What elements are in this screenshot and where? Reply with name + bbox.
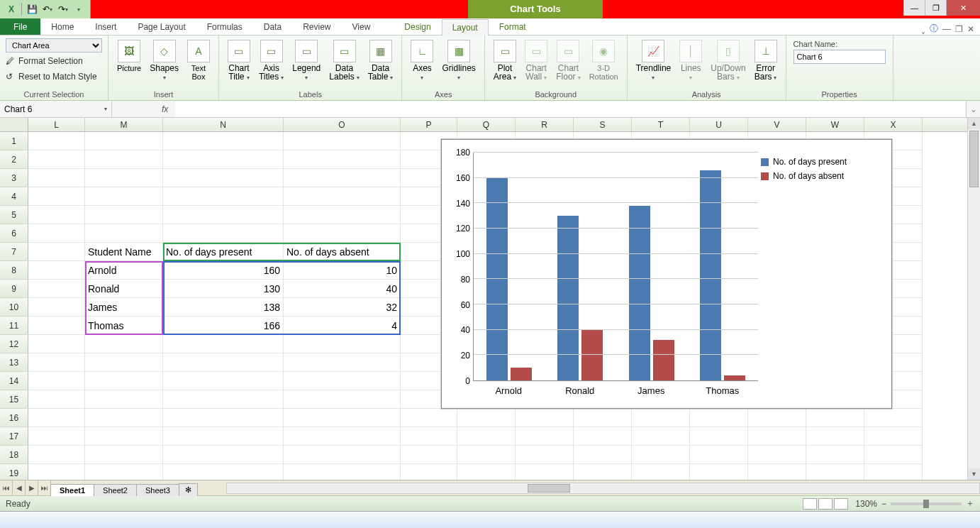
cell-U16[interactable] xyxy=(690,409,748,427)
tab-design[interactable]: Design xyxy=(394,18,441,35)
updown-bars-button[interactable]: ▯Up/Down Bars ▾ xyxy=(708,38,748,84)
zoom-level[interactable]: 130% xyxy=(855,499,877,509)
sheet-tab-1[interactable]: Sheet1 xyxy=(50,484,94,496)
doc-restore-icon[interactable]: ❐ xyxy=(955,24,963,34)
chart-wall-button[interactable]: ▭Chart Wall ▾ xyxy=(522,38,550,84)
cell-N13[interactable] xyxy=(163,353,284,372)
row-header[interactable]: 17 xyxy=(0,427,28,446)
cell-L7[interactable] xyxy=(28,243,85,261)
cell-T19[interactable] xyxy=(632,464,690,480)
row-header[interactable]: 11 xyxy=(0,317,28,335)
cell-Q19[interactable] xyxy=(457,464,516,480)
cell-W19[interactable] xyxy=(806,464,864,480)
row-header[interactable]: 2 xyxy=(0,150,28,169)
cell-U18[interactable] xyxy=(690,446,748,464)
cell-O19[interactable] xyxy=(284,464,401,480)
bar-No.-of-days-absent-Arnold[interactable] xyxy=(511,368,532,380)
error-bars-button[interactable]: ⊥Error Bars ▾ xyxy=(752,38,780,84)
vertical-scrollbar[interactable]: ▲ ▼ xyxy=(967,118,980,480)
cell-R19[interactable] xyxy=(516,464,574,480)
cell-O13[interactable] xyxy=(284,353,401,372)
cell-L8[interactable] xyxy=(28,261,85,280)
cell-M19[interactable] xyxy=(85,464,163,480)
page-break-view-icon[interactable] xyxy=(834,498,848,510)
gridlines-button[interactable]: ▦Gridlines▾ xyxy=(439,38,478,84)
cell-M1[interactable] xyxy=(85,132,163,150)
cell-N10[interactable]: 138 xyxy=(163,298,284,317)
doc-close-icon[interactable]: ✕ xyxy=(967,24,974,34)
worksheet-grid[interactable]: LMNOPQRSTUVWX 1234567Student NameNo. of … xyxy=(0,118,980,480)
3d-rotation-button[interactable]: ◉3-D Rotation xyxy=(586,38,621,82)
chart-plotarea[interactable] xyxy=(473,153,758,381)
tab-view[interactable]: View xyxy=(342,18,382,35)
plot-area-button[interactable]: ▭Plot Area ▾ xyxy=(491,38,519,84)
sheet-tab-3[interactable]: Sheet3 xyxy=(136,484,179,496)
picture-button[interactable]: 🖼Picture xyxy=(114,38,144,74)
legend-button[interactable]: ▭Legend▾ xyxy=(289,38,323,84)
cell-N14[interactable] xyxy=(163,372,284,390)
format-selection-button[interactable]: 🖉Format Selection xyxy=(6,54,83,68)
cell-N8[interactable]: 160 xyxy=(163,261,284,280)
column-header-S[interactable]: S xyxy=(574,118,632,131)
close-button[interactable]: ✕ xyxy=(946,0,980,16)
cell-V17[interactable] xyxy=(748,427,806,446)
undo-icon[interactable]: ↶▾ xyxy=(40,2,55,16)
row-header[interactable]: 13 xyxy=(0,353,28,372)
cell-O5[interactable] xyxy=(284,206,401,224)
view-buttons[interactable] xyxy=(803,498,848,510)
row-header[interactable]: 3 xyxy=(0,169,28,187)
cell-M4[interactable] xyxy=(85,187,163,206)
cell-M6[interactable] xyxy=(85,224,163,243)
cell-M9[interactable]: Ronald xyxy=(85,280,163,298)
cell-O1[interactable] xyxy=(284,132,401,150)
cell-N12[interactable] xyxy=(163,335,284,353)
cell-P18[interactable] xyxy=(401,446,457,464)
cell-L18[interactable] xyxy=(28,446,85,464)
vscroll-thumb[interactable] xyxy=(969,131,979,187)
sheet-nav-last-icon[interactable]: ⏭ xyxy=(38,480,51,496)
name-box-input[interactable] xyxy=(4,104,75,114)
select-all-corner[interactable] xyxy=(0,118,28,131)
cell-M5[interactable] xyxy=(85,206,163,224)
column-header-M[interactable]: M xyxy=(85,118,163,131)
cell-R17[interactable] xyxy=(516,427,574,446)
column-header-V[interactable]: V xyxy=(748,118,806,131)
column-header-O[interactable]: O xyxy=(284,118,401,131)
tab-layout[interactable]: Layout xyxy=(442,19,489,35)
cell-T18[interactable] xyxy=(632,446,690,464)
cell-L12[interactable] xyxy=(28,335,85,353)
cell-L10[interactable] xyxy=(28,298,85,317)
row-header[interactable]: 7 xyxy=(0,243,28,261)
cell-Q17[interactable] xyxy=(457,427,516,446)
row-header[interactable]: 18 xyxy=(0,446,28,464)
cell-Q16[interactable] xyxy=(457,409,516,427)
minimize-ribbon-icon[interactable]: ˬ xyxy=(921,24,925,34)
cell-L17[interactable] xyxy=(28,427,85,446)
cell-S19[interactable] xyxy=(574,464,632,480)
bar-No.-of-days-absent-James[interactable] xyxy=(653,340,674,380)
column-header-Q[interactable]: Q xyxy=(457,118,516,131)
cell-N3[interactable] xyxy=(163,169,284,187)
sheet-tab-2[interactable]: Sheet2 xyxy=(94,484,137,496)
tab-file[interactable]: File xyxy=(0,18,40,35)
cell-M15[interactable] xyxy=(85,390,163,409)
cell-M3[interactable] xyxy=(85,169,163,187)
cell-V18[interactable] xyxy=(748,446,806,464)
shapes-button[interactable]: ◇Shapes▾ xyxy=(147,38,182,84)
cell-T16[interactable] xyxy=(632,409,690,427)
cell-O15[interactable] xyxy=(284,390,401,409)
restore-button[interactable]: ❐ xyxy=(925,0,946,16)
chart-floor-button[interactable]: ▭Chart Floor ▾ xyxy=(553,38,583,84)
cell-O4[interactable] xyxy=(284,187,401,206)
sheet-nav-next-icon[interactable]: ▶ xyxy=(26,480,38,496)
cell-M13[interactable] xyxy=(85,353,163,372)
tab-insert[interactable]: Insert xyxy=(84,18,127,35)
row-header[interactable]: 4 xyxy=(0,187,28,206)
cell-S16[interactable] xyxy=(574,409,632,427)
column-header-N[interactable]: N xyxy=(163,118,284,131)
hscroll-thumb[interactable] xyxy=(528,484,570,493)
cell-M16[interactable] xyxy=(85,409,163,427)
chart-object[interactable]: 020406080100120140160180 ArnoldRonaldJam… xyxy=(441,139,892,409)
tab-page-layout[interactable]: Page Layout xyxy=(127,18,196,35)
cell-X17[interactable] xyxy=(864,427,923,446)
